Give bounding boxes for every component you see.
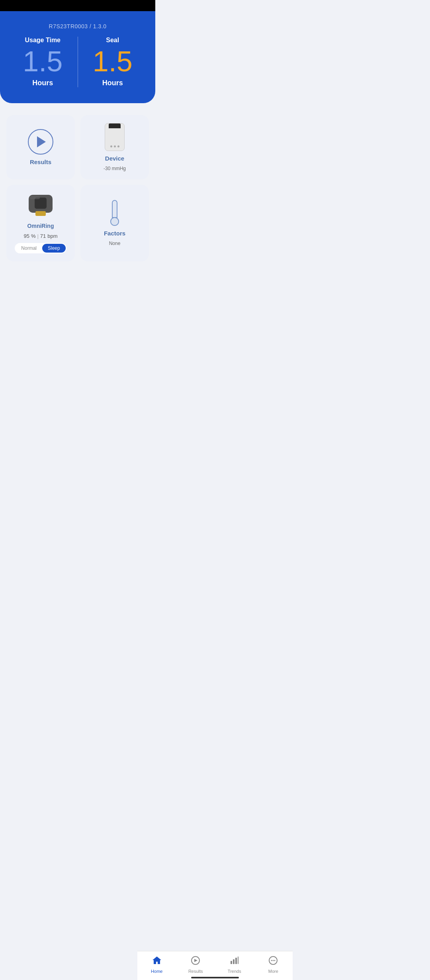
svg-rect-1 (35, 198, 47, 209)
usage-time-col: Usage Time 1.5 Hours (8, 37, 78, 87)
device-dot-1 (110, 145, 112, 147)
factors-card-subtitle: None (109, 241, 121, 246)
device-card-subtitle: -30 mmHg (104, 166, 126, 171)
svg-rect-3 (30, 196, 40, 199)
factors-card-title: Factors (104, 230, 125, 237)
device-dot-2 (114, 145, 116, 147)
omni-ring-svg (27, 193, 55, 219)
seal-col: Seal 1.5 Hours (78, 37, 148, 87)
omni-ring-stats: 95 % | 71 bpm (23, 233, 57, 239)
stats-separator: | (37, 233, 38, 239)
thermometer-icon (108, 200, 122, 226)
device-top (109, 123, 121, 128)
play-triangle-icon (37, 136, 46, 147)
normal-toggle-button[interactable]: Normal (16, 244, 42, 253)
grid-section: Results Device -30 mmHg (0, 107, 155, 269)
sleep-toggle-button[interactable]: Sleep (42, 244, 66, 253)
seal-value: 1.5 (93, 47, 133, 76)
spo2-unit: % (31, 233, 36, 239)
results-card-title: Results (30, 159, 51, 165)
play-circle-icon (28, 129, 53, 155)
spo2-value: 95 (23, 233, 29, 239)
device-icon (105, 123, 125, 151)
svg-rect-2 (35, 211, 46, 216)
omni-ring-title: OmniRing (27, 223, 54, 229)
device-dot-3 (117, 145, 119, 147)
device-dots (110, 145, 119, 147)
stats-row: Usage Time 1.5 Hours Seal 1.5 Hours (8, 37, 147, 87)
omni-ring-image (27, 193, 55, 219)
seal-unit: Hours (102, 79, 123, 87)
seal-label: Seal (106, 37, 119, 44)
results-card[interactable]: Results (6, 115, 75, 179)
device-card-title: Device (105, 155, 124, 162)
sleep-normal-toggle[interactable]: Normal Sleep (15, 243, 66, 253)
bpm-value: 71 (40, 233, 46, 239)
usage-time-label: Usage Time (25, 37, 61, 44)
device-card[interactable]: Device -30 mmHg (80, 115, 149, 179)
device-id: R7S23TR0003 / 1.3.0 (8, 23, 147, 29)
thermo-bulb (110, 217, 119, 226)
factors-card[interactable]: Factors None (80, 185, 149, 261)
status-bar (0, 0, 155, 11)
bpm-unit: bpm (47, 233, 57, 239)
header-card: R7S23TR0003 / 1.3.0 Usage Time 1.5 Hours… (0, 11, 155, 103)
thermo-tube (112, 200, 117, 218)
omni-ring-card[interactable]: OmniRing 95 % | 71 bpm Normal Sleep (6, 185, 75, 261)
usage-time-value: 1.5 (23, 47, 63, 76)
usage-time-unit: Hours (32, 79, 53, 87)
